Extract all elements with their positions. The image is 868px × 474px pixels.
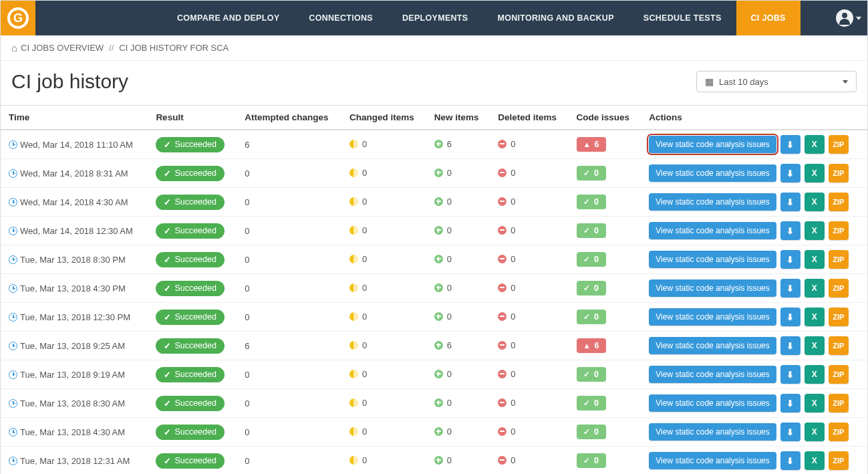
export-pdf-button[interactable] [780,336,801,355]
check-icon [583,398,590,408]
result-badge: Succeeded [156,252,225,267]
nav-item-monitoring-and-backup[interactable]: MONITORING AND BACKUP [482,1,628,35]
export-pdf-button[interactable] [780,365,801,384]
pdf-icon [786,456,794,466]
export-excel-button[interactable] [805,423,825,441]
export-zip-button[interactable]: ZIP [829,365,849,384]
export-excel-button[interactable] [805,336,825,355]
code-issues-badge: 0 [577,281,606,295]
view-issues-button[interactable]: View static code analysis issues [649,222,776,239]
export-excel-button[interactable] [805,193,825,211]
result-label: Succeeded [174,168,216,178]
export-zip-button[interactable]: ZIP [829,423,849,441]
export-excel-button[interactable] [805,221,825,240]
excel-icon [812,255,817,264]
view-issues-button[interactable]: View static code analysis issues [649,164,776,182]
export-pdf-button[interactable] [780,279,801,298]
view-issues-button[interactable]: View static code analysis issues [649,308,776,326]
view-issues-button[interactable]: View static code analysis issues [649,452,776,469]
export-zip-button[interactable]: ZIP [829,336,849,355]
export-excel-button[interactable] [805,164,825,183]
changed-value: 0 [362,455,367,465]
app-logo[interactable]: G [1,1,35,35]
export-zip-button[interactable]: ZIP [829,193,849,211]
plus-icon [434,283,443,292]
changed-icon [349,168,358,177]
clock-icon [9,284,17,293]
export-pdf-button[interactable] [780,135,801,154]
export-pdf-button[interactable] [780,308,801,326]
export-excel-button[interactable] [805,308,825,326]
result-label: Succeeded [174,197,216,207]
nav-item-connections[interactable]: CONNECTIONS [294,1,388,35]
code-issues-badge: 0 [577,453,606,468]
view-issues-button[interactable]: View static code analysis issues [649,337,776,354]
result-badge: Succeeded [156,195,225,210]
export-zip-button[interactable]: ZIP [829,221,849,240]
view-issues-button[interactable]: View static code analysis issues [649,251,776,268]
export-zip-button[interactable]: ZIP [829,135,849,154]
time-value: Wed, Mar 14, 2018 4:30 AM [20,197,128,207]
export-excel-button[interactable] [805,365,825,384]
export-pdf-button[interactable] [780,164,801,183]
result-label: Succeeded [174,140,216,149]
view-issues-button[interactable]: View static code analysis issues [649,136,776,153]
excel-icon [812,427,817,437]
export-pdf-button[interactable] [780,423,801,441]
chevron-down-icon [856,17,861,20]
nav-item-compare-and-deploy[interactable]: COMPARE AND DEPLOY [162,1,294,35]
export-zip-button[interactable]: ZIP [829,250,849,269]
export-zip-button[interactable]: ZIP [829,394,849,412]
excel-icon [812,370,817,379]
export-excel-button[interactable] [805,451,825,470]
column-header: Deleted items [490,106,568,130]
export-excel-button[interactable] [805,135,825,154]
export-excel-button[interactable] [805,250,825,269]
view-issues-button[interactable]: View static code analysis issues [649,423,776,441]
time-value: Wed, Mar 14, 2018 8:31 AM [20,168,128,179]
pdf-icon [786,197,794,207]
attempted-value: 6 [237,332,341,360]
new-value: 6 [447,340,452,350]
table-row: Tue, Mar 13, 2018 9:19 AM Succeeded 0 0 … [1,360,867,389]
changed-icon [349,456,358,465]
nav-item-schedule-tests[interactable]: SCHEDULE TESTS [629,1,736,35]
export-pdf-button[interactable] [780,250,801,269]
view-issues-button[interactable]: View static code analysis issues [649,366,776,383]
export-zip-button[interactable]: ZIP [829,164,849,183]
export-excel-button[interactable] [805,394,825,412]
nav-item-ci-jobs[interactable]: CI JOBS [736,1,801,35]
changed-value: 0 [362,254,367,264]
changed-icon [349,427,358,436]
view-issues-button[interactable]: View static code analysis issues [649,394,776,412]
export-zip-button[interactable]: ZIP [829,308,849,326]
gear-logo-icon: G [7,7,29,29]
issues-value: 6 [595,140,599,149]
check-icon [583,456,590,465]
deleted-value: 0 [511,225,515,235]
attempted-value: 0 [237,188,341,217]
user-menu[interactable] [830,1,867,35]
nav-item-deployments[interactable]: DEPLOYMENTS [388,1,482,35]
export-pdf-button[interactable] [780,451,801,470]
export-excel-button[interactable] [805,279,825,298]
date-range-dropdown[interactable]: Last 10 days [696,71,857,92]
attempted-value: 0 [237,159,341,188]
export-zip-button[interactable]: ZIP [829,451,849,470]
calendar-icon [705,76,714,87]
export-pdf-button[interactable] [780,221,801,240]
export-zip-button[interactable]: ZIP [829,279,849,298]
export-pdf-button[interactable] [780,193,801,211]
issues-value: 0 [594,283,599,293]
result-label: Succeeded [174,456,216,465]
deleted-value: 0 [511,369,515,379]
view-issues-button[interactable]: View static code analysis issues [649,279,776,297]
export-pdf-button[interactable] [780,394,801,412]
breadcrumb-root-link[interactable]: CI JOBS OVERVIEW [11,42,104,53]
excel-icon [812,398,817,408]
view-issues-button[interactable]: View static code analysis issues [649,193,776,211]
pdf-icon [786,283,794,293]
clock-icon [9,198,17,207]
result-badge: Succeeded [156,166,225,181]
changed-value: 0 [362,197,367,207]
